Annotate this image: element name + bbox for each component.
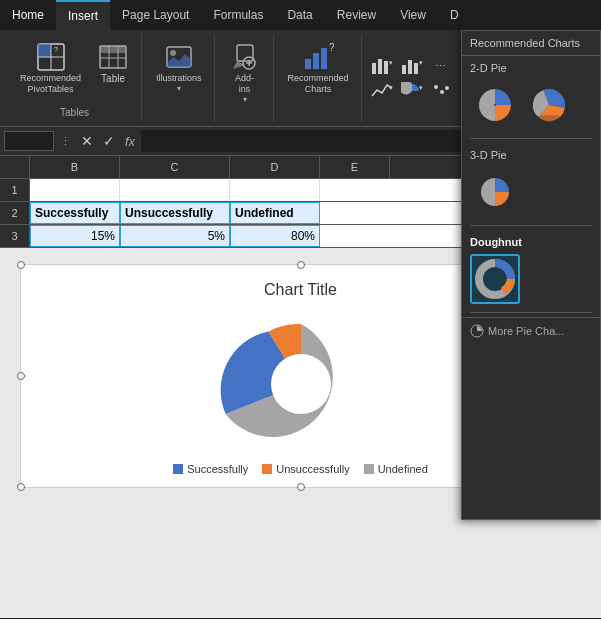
col-header-B[interactable]: B: [30, 156, 120, 178]
tab-home[interactable]: Home: [0, 0, 56, 30]
cell-D3[interactable]: 80%: [230, 225, 320, 247]
cell-B3[interactable]: 15%: [30, 225, 120, 247]
svg-text:⋯: ⋯: [435, 60, 446, 72]
pie-2d-item-1[interactable]: [470, 80, 520, 130]
illustrations-icon: [163, 41, 195, 73]
pie-3d-item-1[interactable]: [470, 167, 520, 217]
cell-C3[interactable]: 5%: [120, 225, 230, 247]
cell-B2[interactable]: Successfully: [30, 202, 120, 224]
svg-rect-17: [313, 53, 319, 69]
svg-text:▾: ▾: [419, 59, 423, 66]
tab-data[interactable]: Data: [275, 0, 324, 30]
svg-point-11: [170, 50, 176, 56]
svg-rect-20: [372, 63, 376, 74]
legend-label-undefined: Undefined: [378, 463, 428, 475]
legend-label-unsuccessfully: Unsuccessfully: [276, 463, 349, 475]
svg-point-35: [533, 115, 565, 123]
pie-2d-item-2[interactable]: [524, 80, 574, 130]
more-charts-icon[interactable]: ⋯: [428, 55, 456, 77]
illustrations-button[interactable]: Illustrations ▾: [150, 38, 208, 96]
add-ins-button[interactable]: Add-ins ▾: [223, 38, 267, 107]
table-button[interactable]: Table: [91, 38, 135, 88]
svg-text:▾: ▾: [389, 59, 393, 66]
more-pie-charts-button[interactable]: More Pie Cha...: [462, 317, 600, 344]
row-num-2: 2: [0, 202, 30, 224]
column-chart-icon[interactable]: ▾: [398, 55, 426, 77]
chart-legend: Successfully Unsuccessfully Undefined: [173, 463, 428, 475]
recommended-pivottables-icon: ?: [35, 41, 67, 73]
handle-bl[interactable]: [17, 483, 25, 491]
ribbon-tabs: Home Insert Page Layout Formulas Data Re…: [0, 0, 601, 30]
separator-1: [470, 138, 592, 139]
row-num-1: 1: [0, 179, 30, 201]
3d-pie-items: [462, 163, 600, 221]
3d-pie-label: 3-D Pie: [462, 143, 600, 163]
confirm-formula-button[interactable]: ✓: [99, 131, 119, 151]
handle-ml[interactable]: [17, 372, 25, 380]
doughnut-chart-svg: [211, 309, 391, 459]
svg-rect-25: [408, 60, 412, 74]
svg-rect-6: [100, 46, 126, 53]
svg-rect-21: [378, 59, 382, 74]
handle-tm[interactable]: [297, 261, 305, 269]
pie-chart-icon[interactable]: ▾: [398, 80, 426, 102]
tab-insert[interactable]: Insert: [56, 0, 110, 30]
legend-item-successfully: Successfully: [173, 463, 248, 475]
add-ins-label: Add-ins: [235, 73, 254, 95]
recommended-pivottables-button[interactable]: ? RecommendedPivotTables: [14, 38, 87, 98]
recommended-charts-button[interactable]: ? RecommendedCharts: [282, 38, 355, 98]
tab-formulas[interactable]: Formulas: [201, 0, 275, 30]
more-pie-charts-label: More Pie Cha...: [488, 325, 564, 337]
handle-tl[interactable]: [17, 261, 25, 269]
scatter-chart-icon[interactable]: [428, 80, 456, 102]
col-header-E[interactable]: E: [320, 156, 390, 178]
illustrations-label: Illustrations: [156, 73, 202, 84]
separator-2: [470, 225, 592, 226]
separator-3: [470, 312, 592, 313]
svg-rect-16: [305, 59, 311, 69]
tab-review[interactable]: Review: [325, 0, 388, 30]
tab-view[interactable]: View: [388, 0, 438, 30]
svg-rect-1: [38, 44, 51, 57]
svg-rect-18: [321, 48, 327, 69]
table-icon: [97, 41, 129, 73]
legend-item-undefined: Undefined: [364, 463, 428, 475]
cell-D2[interactable]: Undefined: [230, 202, 320, 224]
handle-bm[interactable]: [297, 483, 305, 491]
tab-page-layout[interactable]: Page Layout: [110, 0, 201, 30]
more-charts-btn-icon: [470, 324, 484, 338]
doughnut-label: Doughnut: [462, 230, 600, 250]
svg-point-33: [445, 86, 449, 90]
svg-point-34: [494, 104, 496, 106]
svg-point-31: [434, 85, 438, 89]
cell-D1[interactable]: [230, 179, 320, 201]
svg-rect-26: [414, 63, 418, 74]
row-num-3: 3: [0, 225, 30, 247]
legend-color-unsuccessfully: [262, 464, 272, 474]
ribbon-group-addins: Add-ins ▾: [217, 34, 274, 122]
cell-B1[interactable]: [30, 179, 120, 201]
2d-pie-items: [462, 76, 600, 134]
legend-item-unsuccessfully: Unsuccessfully: [262, 463, 349, 475]
svg-point-32: [440, 90, 444, 94]
svg-rect-24: [402, 65, 406, 74]
more-options-icon[interactable]: ⋮: [56, 135, 75, 148]
svg-text:▾: ▾: [389, 84, 393, 91]
cell-C2[interactable]: Unsuccessfully: [120, 202, 230, 224]
col-header-C[interactable]: C: [120, 156, 230, 178]
svg-text:▾: ▾: [419, 84, 423, 91]
legend-color-successfully: [173, 464, 183, 474]
line-chart-icon[interactable]: ▾: [368, 80, 396, 102]
svg-point-39: [271, 354, 331, 414]
name-box[interactable]: [4, 131, 54, 151]
bar-chart-icon[interactable]: ▾: [368, 55, 396, 77]
cancel-formula-button[interactable]: ✕: [77, 131, 97, 151]
corner-cell: [0, 156, 30, 178]
fx-label: fx: [121, 134, 139, 149]
doughnut-item-1[interactable]: [470, 254, 520, 304]
ribbon-group-tables: ? RecommendedPivotTables Table: [8, 34, 142, 122]
tab-d[interactable]: D: [438, 0, 471, 30]
col-header-D[interactable]: D: [230, 156, 320, 178]
recommended-charts-label: RecommendedCharts: [288, 73, 349, 95]
cell-C1[interactable]: [120, 179, 230, 201]
